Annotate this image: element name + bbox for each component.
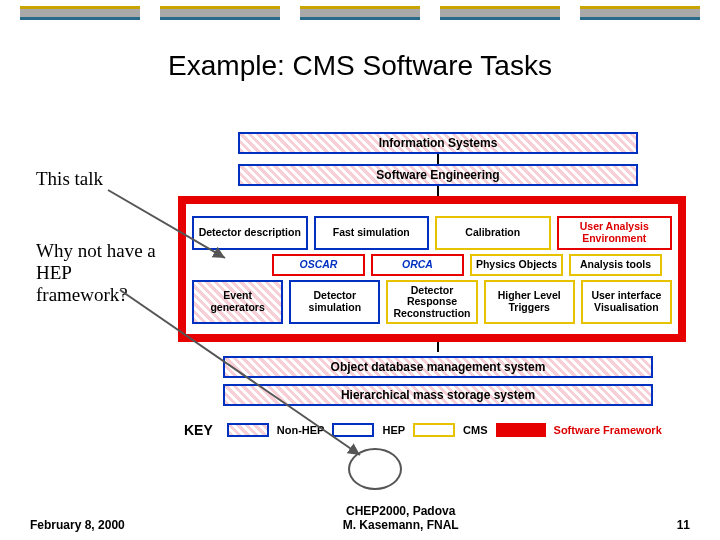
footer-page: 11 [677,518,690,532]
box-calibration: Calibration [435,216,551,250]
swatch-hep [332,423,374,437]
box-oscar: OSCAR [272,254,365,276]
key-nonhep: Non-HEP [277,424,325,436]
why-not-label: Why not have a HEP framework? [36,240,166,306]
diagram: Information Systems Software Engineering… [178,130,698,438]
swatch-cms [413,423,455,437]
legend: KEY Non-HEP HEP CMS Software Framework [184,422,698,438]
key-label: KEY [184,422,213,438]
box-hlt: Higher Level Triggers [484,280,575,325]
swatch-nonhep [227,423,269,437]
footer-date: February 8, 2000 [30,518,125,532]
top-seg [20,6,140,20]
connector [437,186,439,196]
box-ua-env: User Analysis Environment [557,216,673,250]
box-sw-eng: Software Engineering [238,164,638,186]
footer-venue: CHEP2000, Padova [125,504,677,518]
footer-author: M. Kasemann, FNAL [125,518,677,532]
box-analysis-tools: Analysis tools [569,254,662,276]
key-fw: Software Framework [554,424,662,436]
footer: February 8, 2000 CHEP2000, Padova M. Kas… [0,504,720,532]
swatch-fw [496,423,546,437]
box-odbms: Object database management system [223,356,653,378]
key-cms: CMS [463,424,487,436]
slide-title: Example: CMS Software Tasks [0,50,720,82]
box-fast-sim: Fast simulation [314,216,430,250]
software-framework-box: Detector description Fast simulation Cal… [178,196,686,342]
box-phys-obj: Physics Objects [470,254,563,276]
hep-circle-annotation [348,448,402,490]
connector [437,342,439,352]
key-hep: HEP [382,424,405,436]
box-hmss: Hierarchical mass storage system [223,384,653,406]
this-talk-label: This talk [36,168,166,190]
connector [437,154,439,164]
top-seg [440,6,560,20]
box-info-systems: Information Systems [238,132,638,154]
box-det-sim: Detector simulation [289,280,380,325]
box-evt-gen: Event generators [192,280,283,325]
box-orca: ORCA [371,254,464,276]
box-ui-vis: User interface Visualisation [581,280,672,325]
top-seg [160,6,280,20]
top-seg [580,6,700,20]
box-det-desc: Detector description [192,216,308,250]
box-det-resp: Detector Response Reconstruction [386,280,477,325]
top-decor [0,6,720,20]
top-seg [300,6,420,20]
